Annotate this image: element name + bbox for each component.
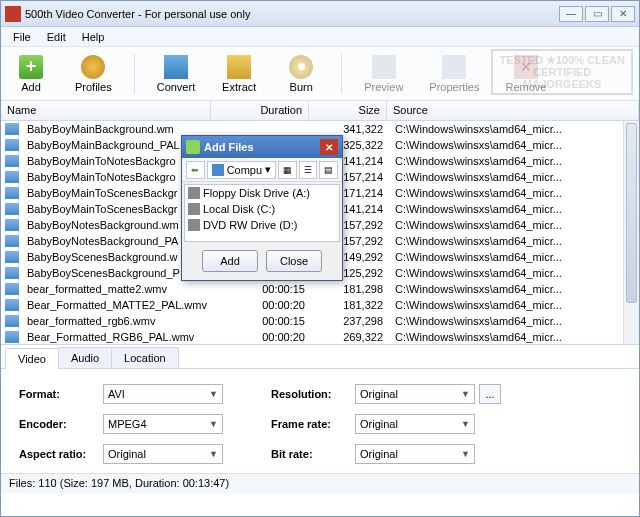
add-label: Add xyxy=(21,81,41,93)
tabstrip: Video Audio Location xyxy=(1,347,639,369)
preview-label: Preview xyxy=(364,81,403,93)
scrollbar[interactable] xyxy=(623,121,639,344)
drive-icon xyxy=(188,187,200,199)
chevron-down-icon: ▼ xyxy=(209,389,218,399)
col-name[interactable]: Name xyxy=(1,101,211,120)
table-row[interactable]: bear_formatted_rgb6.wmv00:00:15237,298C:… xyxy=(1,313,639,329)
table-row[interactable]: Bear_Formatted_MATTE2_PAL.wmv00:00:20181… xyxy=(1,297,639,313)
view-details-button[interactable]: ▤ xyxy=(319,161,338,179)
close-button[interactable]: ✕ xyxy=(611,6,635,22)
format-label: Format: xyxy=(19,388,99,400)
dialog-close-button[interactable]: ✕ xyxy=(320,139,338,155)
col-source[interactable]: Source xyxy=(387,101,639,120)
framerate-combo[interactable]: Original▼ xyxy=(355,414,475,434)
dialog-close-btn[interactable]: Close xyxy=(266,250,322,272)
cell-source: C:\Windows\winsxs\amd64_micr... xyxy=(389,235,639,247)
col-size[interactable]: Size xyxy=(309,101,387,120)
dialog-icon xyxy=(186,140,200,154)
toolbar: Add Profiles Convert Extract Burn Previe… xyxy=(1,47,639,101)
file-icon xyxy=(5,251,19,263)
table-row[interactable]: bear_formatted_matte2.wmv00:00:15181,298… xyxy=(1,281,639,297)
convert-icon xyxy=(164,55,188,79)
list-header: Name Duration Size Source xyxy=(1,101,639,121)
cell-source: C:\Windows\winsxs\amd64_micr... xyxy=(389,203,639,215)
remove-icon xyxy=(514,55,538,79)
computer-icon xyxy=(212,164,224,176)
drive-list[interactable]: Floppy Disk Drive (A:)Local Disk (C:)DVD… xyxy=(184,184,340,242)
tab-location[interactable]: Location xyxy=(111,347,179,368)
cell-source: C:\Windows\winsxs\amd64_micr... xyxy=(389,331,639,343)
file-icon xyxy=(5,299,19,311)
burn-label: Burn xyxy=(290,81,313,93)
chevron-down-icon: ▼ xyxy=(209,449,218,459)
cell-duration: 00:00:15 xyxy=(213,315,311,327)
aspect-combo[interactable]: Original▼ xyxy=(103,444,223,464)
aspect-label: Aspect ratio: xyxy=(19,448,99,460)
remove-label: Remove xyxy=(505,81,546,93)
dialog-titlebar[interactable]: Add Files ✕ xyxy=(182,136,342,158)
drive-item[interactable]: Floppy Disk Drive (A:) xyxy=(185,185,339,201)
drive-item[interactable]: DVD RW Drive (D:) xyxy=(185,217,339,233)
view-list-button[interactable]: ☰ xyxy=(299,161,318,179)
cell-size: 341,322 xyxy=(311,123,389,135)
menu-help[interactable]: Help xyxy=(74,29,113,45)
properties-label: Properties xyxy=(429,81,479,93)
properties-button[interactable]: Properties xyxy=(425,53,483,95)
drive-item[interactable]: Local Disk (C:) xyxy=(185,201,339,217)
extract-button[interactable]: Extract xyxy=(217,53,261,95)
cell-source: C:\Windows\winsxs\amd64_micr... xyxy=(389,155,639,167)
cell-size: 269,322 xyxy=(311,331,389,343)
cell-source: C:\Windows\winsxs\amd64_micr... xyxy=(389,187,639,199)
format-combo[interactable]: AVI▼ xyxy=(103,384,223,404)
cell-source: C:\Windows\winsxs\amd64_micr... xyxy=(389,139,639,151)
minimize-button[interactable]: — xyxy=(559,6,583,22)
location-text: Compu xyxy=(227,164,262,176)
cell-duration: 00:00:20 xyxy=(213,331,311,343)
view-icons-button[interactable]: ▦ xyxy=(278,161,297,179)
cell-size: 181,322 xyxy=(311,299,389,311)
aspect-value: Original xyxy=(108,448,146,460)
dialog-add-button[interactable]: Add xyxy=(202,250,258,272)
dialog-toolbar: ⬅ Compu▾ ▦ ☰ ▤ xyxy=(182,158,342,182)
plus-icon xyxy=(19,55,43,79)
add-files-dialog: Add Files ✕ ⬅ Compu▾ ▦ ☰ ▤ Floppy Disk D… xyxy=(181,135,343,281)
back-button[interactable]: ⬅ xyxy=(186,161,205,179)
file-icon xyxy=(5,283,19,295)
resolution-more-button[interactable]: ... xyxy=(479,384,501,404)
scroll-thumb[interactable] xyxy=(626,123,637,303)
file-icon xyxy=(5,155,19,167)
toolbar-separator xyxy=(134,54,135,94)
resolution-label: Resolution: xyxy=(271,388,351,400)
chevron-down-icon: ▾ xyxy=(265,163,271,176)
dialog-title: Add Files xyxy=(204,141,254,153)
tab-audio[interactable]: Audio xyxy=(58,347,112,368)
add-button[interactable]: Add xyxy=(9,53,53,95)
menu-file[interactable]: File xyxy=(5,29,39,45)
tab-video[interactable]: Video xyxy=(5,348,59,369)
col-duration[interactable]: Duration xyxy=(211,101,309,120)
menu-edit[interactable]: Edit xyxy=(39,29,74,45)
file-icon xyxy=(5,203,19,215)
drive-icon xyxy=(188,219,200,231)
remove-button[interactable]: Remove xyxy=(501,53,550,95)
profiles-label: Profiles xyxy=(75,81,112,93)
bitrate-combo[interactable]: Original▼ xyxy=(355,444,475,464)
profiles-button[interactable]: Profiles xyxy=(71,53,116,95)
preview-button[interactable]: Preview xyxy=(360,53,407,95)
profiles-icon xyxy=(81,55,105,79)
cell-name: Bear_Formatted_RGB6_PAL.wmv xyxy=(21,331,213,343)
table-row[interactable]: Bear_Formatted_RGB6_PAL.wmv00:00:20269,3… xyxy=(1,329,639,345)
drive-label: Floppy Disk Drive (A:) xyxy=(203,187,310,199)
cell-source: C:\Windows\winsxs\amd64_micr... xyxy=(389,267,639,279)
burn-button[interactable]: Burn xyxy=(279,53,323,95)
resolution-combo[interactable]: Original▼ xyxy=(355,384,475,404)
convert-button[interactable]: Convert xyxy=(153,53,200,95)
encoder-label: Encoder: xyxy=(19,418,99,430)
cell-size: 181,298 xyxy=(311,283,389,295)
encoder-combo[interactable]: MPEG4▼ xyxy=(103,414,223,434)
format-value: AVI xyxy=(108,388,125,400)
burn-icon xyxy=(289,55,313,79)
cell-name: BabyBoyMainBackground.wm xyxy=(21,123,213,135)
maximize-button[interactable]: ▭ xyxy=(585,6,609,22)
location-combo[interactable]: Compu▾ xyxy=(207,161,276,179)
